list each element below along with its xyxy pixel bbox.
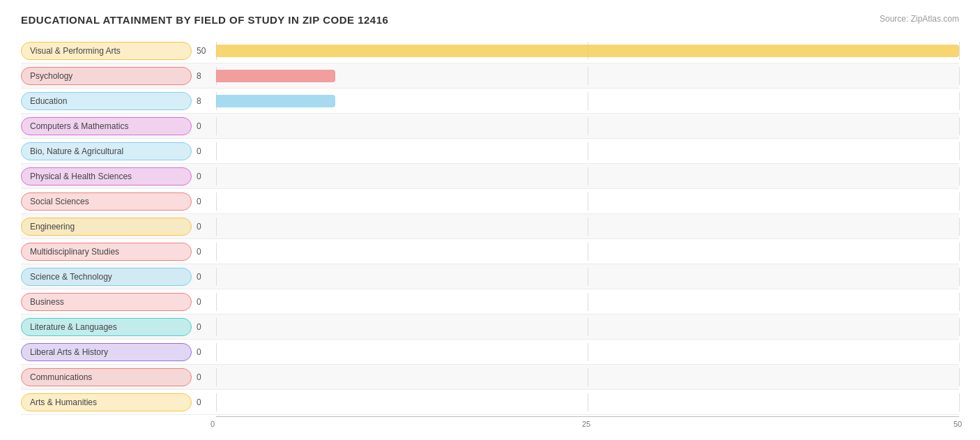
bar-value-label: 0 [197, 172, 216, 181]
chart-body: Visual & Performing Arts50Psychology8Edu… [21, 38, 959, 430]
bar-value-label: 0 [197, 197, 216, 206]
bar-track [216, 218, 959, 236]
bar-label-pill: Literature & Languages [21, 318, 192, 336]
bar-label-pill: Social Sciences [21, 192, 192, 211]
bar-value-label: 0 [197, 247, 216, 257]
chart-title: EDUCATIONAL ATTAINMENT BY FIELD OF STUDY… [21, 14, 388, 26]
bar-track [216, 393, 959, 411]
bar-row: Business0 [21, 289, 959, 314]
bar-value-label: 0 [197, 372, 216, 382]
bar-label-pill: Communications [21, 368, 192, 386]
bar-track [216, 268, 959, 286]
bar-label-pill: Multidisciplinary Studies [21, 243, 192, 261]
bar-value-label: 50 [197, 46, 216, 56]
x-axis-tick: 25 [582, 420, 590, 428]
bar-row: Bio, Nature & Agricultural0 [21, 139, 959, 164]
bar-label-pill: Science & Technology [21, 268, 192, 286]
bar-value-label: 0 [197, 222, 216, 232]
bar-row: Social Sciences0 [21, 189, 959, 214]
chart-header: EDUCATIONAL ATTAINMENT BY FIELD OF STUDY… [21, 14, 959, 26]
bar-track [216, 343, 959, 361]
bar-value-label: 0 [197, 297, 216, 307]
bar-label-pill: Education [21, 92, 192, 110]
bar-value-label: 8 [197, 96, 216, 106]
bar-value-label: 0 [197, 397, 216, 407]
bar-label-pill: Arts & Humanities [21, 393, 192, 411]
source-label: Source: ZipAtlas.com [880, 14, 959, 24]
bar-row: Literature & Languages0 [21, 314, 959, 340]
bar-value-label: 0 [197, 272, 216, 282]
bar-fill [216, 95, 335, 107]
bar-row: Arts & Humanities0 [21, 390, 959, 415]
bar-label-pill: Business [21, 293, 192, 311]
bar-row: Liberal Arts & History0 [21, 340, 959, 365]
bars-container: Visual & Performing Arts50Psychology8Edu… [21, 38, 959, 415]
bar-value-label: 8 [197, 71, 216, 81]
x-axis-tick: 50 [954, 420, 962, 428]
bar-value-label: 0 [197, 347, 216, 357]
bar-label-pill: Visual & Performing Arts [21, 42, 192, 60]
bar-value-label: 0 [197, 121, 216, 131]
bar-track [216, 368, 959, 386]
bar-track [216, 318, 959, 336]
bar-fill [216, 45, 959, 57]
bar-row: Education8 [21, 89, 959, 114]
bar-track [216, 92, 959, 110]
bar-track [216, 142, 959, 160]
bar-track [216, 117, 959, 135]
bar-value-label: 0 [197, 146, 216, 156]
bar-label-pill: Computers & Mathematics [21, 117, 192, 135]
bar-track [216, 42, 959, 60]
bar-row: Physical & Health Sciences0 [21, 164, 959, 189]
bar-label-pill: Psychology [21, 67, 192, 85]
bar-label-pill: Physical & Health Sciences [21, 167, 192, 185]
bar-row: Visual & Performing Arts50 [21, 38, 959, 63]
bar-row: Science & Technology0 [21, 264, 959, 289]
bar-track [216, 67, 959, 85]
bar-label-pill: Bio, Nature & Agricultural [21, 142, 192, 160]
bar-value-label: 0 [197, 322, 216, 332]
x-axis: 02550 [216, 416, 959, 430]
bar-track [216, 167, 959, 185]
bar-track [216, 293, 959, 311]
bar-track [216, 192, 959, 211]
bar-row: Communications0 [21, 365, 959, 390]
x-axis-tick: 0 [210, 420, 215, 428]
page-container: EDUCATIONAL ATTAINMENT BY FIELD OF STUDY… [21, 14, 959, 430]
bar-label-pill: Liberal Arts & History [21, 343, 192, 361]
bar-label-pill: Engineering [21, 218, 192, 236]
bar-row: Engineering0 [21, 214, 959, 239]
bar-row: Psychology8 [21, 63, 959, 89]
bar-row: Computers & Mathematics0 [21, 114, 959, 139]
bar-fill [216, 70, 335, 82]
bar-track [216, 243, 959, 261]
bar-row: Multidisciplinary Studies0 [21, 239, 959, 264]
